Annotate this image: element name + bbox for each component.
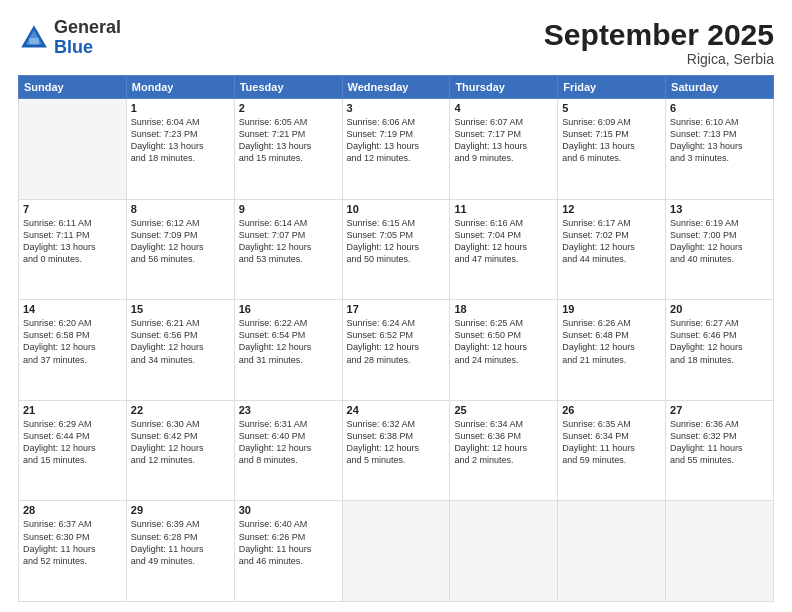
day-number: 27 [670,404,769,416]
day-info: Sunrise: 6:10 AMSunset: 7:13 PMDaylight:… [670,116,769,165]
table-row: 21Sunrise: 6:29 AMSunset: 6:44 PMDayligh… [19,400,127,501]
location-subtitle: Rigica, Serbia [544,51,774,67]
day-info: Sunrise: 6:27 AMSunset: 6:46 PMDaylight:… [670,317,769,366]
day-info: Sunrise: 6:36 AMSunset: 6:32 PMDaylight:… [670,418,769,467]
day-number: 10 [347,203,446,215]
day-info: Sunrise: 6:22 AMSunset: 6:54 PMDaylight:… [239,317,338,366]
table-row [666,501,774,602]
day-number: 4 [454,102,553,114]
day-info: Sunrise: 6:24 AMSunset: 6:52 PMDaylight:… [347,317,446,366]
day-number: 20 [670,303,769,315]
table-row: 6Sunrise: 6:10 AMSunset: 7:13 PMDaylight… [666,99,774,200]
logo-text: General Blue [54,18,121,58]
day-number: 16 [239,303,338,315]
day-info: Sunrise: 6:09 AMSunset: 7:15 PMDaylight:… [562,116,661,165]
day-number: 18 [454,303,553,315]
day-number: 17 [347,303,446,315]
day-number: 7 [23,203,122,215]
col-sunday: Sunday [19,76,127,99]
table-row: 18Sunrise: 6:25 AMSunset: 6:50 PMDayligh… [450,300,558,401]
table-row: 19Sunrise: 6:26 AMSunset: 6:48 PMDayligh… [558,300,666,401]
logo-general: General [54,17,121,37]
day-info: Sunrise: 6:26 AMSunset: 6:48 PMDaylight:… [562,317,661,366]
table-row: 14Sunrise: 6:20 AMSunset: 6:58 PMDayligh… [19,300,127,401]
table-row: 23Sunrise: 6:31 AMSunset: 6:40 PMDayligh… [234,400,342,501]
day-number: 28 [23,504,122,516]
day-number: 26 [562,404,661,416]
day-info: Sunrise: 6:17 AMSunset: 7:02 PMDaylight:… [562,217,661,266]
svg-rect-2 [29,38,39,44]
table-row: 24Sunrise: 6:32 AMSunset: 6:38 PMDayligh… [342,400,450,501]
day-info: Sunrise: 6:25 AMSunset: 6:50 PMDaylight:… [454,317,553,366]
table-row: 27Sunrise: 6:36 AMSunset: 6:32 PMDayligh… [666,400,774,501]
day-info: Sunrise: 6:30 AMSunset: 6:42 PMDaylight:… [131,418,230,467]
day-info: Sunrise: 6:19 AMSunset: 7:00 PMDaylight:… [670,217,769,266]
week-row-0: 1Sunrise: 6:04 AMSunset: 7:23 PMDaylight… [19,99,774,200]
table-row: 16Sunrise: 6:22 AMSunset: 6:54 PMDayligh… [234,300,342,401]
table-row: 3Sunrise: 6:06 AMSunset: 7:19 PMDaylight… [342,99,450,200]
day-info: Sunrise: 6:15 AMSunset: 7:05 PMDaylight:… [347,217,446,266]
day-info: Sunrise: 6:21 AMSunset: 6:56 PMDaylight:… [131,317,230,366]
day-number: 1 [131,102,230,114]
day-number: 9 [239,203,338,215]
table-row: 20Sunrise: 6:27 AMSunset: 6:46 PMDayligh… [666,300,774,401]
day-info: Sunrise: 6:07 AMSunset: 7:17 PMDaylight:… [454,116,553,165]
table-row [558,501,666,602]
logo-blue: Blue [54,37,93,57]
day-number: 11 [454,203,553,215]
table-row [19,99,127,200]
table-row: 22Sunrise: 6:30 AMSunset: 6:42 PMDayligh… [126,400,234,501]
day-number: 2 [239,102,338,114]
day-info: Sunrise: 6:12 AMSunset: 7:09 PMDaylight:… [131,217,230,266]
day-info: Sunrise: 6:04 AMSunset: 7:23 PMDaylight:… [131,116,230,165]
table-row: 10Sunrise: 6:15 AMSunset: 7:05 PMDayligh… [342,199,450,300]
week-row-1: 7Sunrise: 6:11 AMSunset: 7:11 PMDaylight… [19,199,774,300]
week-row-4: 28Sunrise: 6:37 AMSunset: 6:30 PMDayligh… [19,501,774,602]
table-row: 26Sunrise: 6:35 AMSunset: 6:34 PMDayligh… [558,400,666,501]
week-row-3: 21Sunrise: 6:29 AMSunset: 6:44 PMDayligh… [19,400,774,501]
day-info: Sunrise: 6:35 AMSunset: 6:34 PMDaylight:… [562,418,661,467]
calendar-header-row: Sunday Monday Tuesday Wednesday Thursday… [19,76,774,99]
day-number: 22 [131,404,230,416]
day-info: Sunrise: 6:31 AMSunset: 6:40 PMDaylight:… [239,418,338,467]
day-number: 6 [670,102,769,114]
table-row: 28Sunrise: 6:37 AMSunset: 6:30 PMDayligh… [19,501,127,602]
col-tuesday: Tuesday [234,76,342,99]
day-number: 23 [239,404,338,416]
table-row: 2Sunrise: 6:05 AMSunset: 7:21 PMDaylight… [234,99,342,200]
table-row: 25Sunrise: 6:34 AMSunset: 6:36 PMDayligh… [450,400,558,501]
table-row: 7Sunrise: 6:11 AMSunset: 7:11 PMDaylight… [19,199,127,300]
day-number: 29 [131,504,230,516]
day-number: 25 [454,404,553,416]
day-number: 8 [131,203,230,215]
day-number: 5 [562,102,661,114]
table-row: 9Sunrise: 6:14 AMSunset: 7:07 PMDaylight… [234,199,342,300]
table-row: 13Sunrise: 6:19 AMSunset: 7:00 PMDayligh… [666,199,774,300]
logo-icon [18,22,50,54]
day-info: Sunrise: 6:06 AMSunset: 7:19 PMDaylight:… [347,116,446,165]
header: General Blue September 2025 Rigica, Serb… [18,18,774,67]
day-info: Sunrise: 6:14 AMSunset: 7:07 PMDaylight:… [239,217,338,266]
table-row: 11Sunrise: 6:16 AMSunset: 7:04 PMDayligh… [450,199,558,300]
day-info: Sunrise: 6:05 AMSunset: 7:21 PMDaylight:… [239,116,338,165]
table-row: 30Sunrise: 6:40 AMSunset: 6:26 PMDayligh… [234,501,342,602]
page: General Blue September 2025 Rigica, Serb… [0,0,792,612]
day-info: Sunrise: 6:11 AMSunset: 7:11 PMDaylight:… [23,217,122,266]
day-info: Sunrise: 6:16 AMSunset: 7:04 PMDaylight:… [454,217,553,266]
day-info: Sunrise: 6:29 AMSunset: 6:44 PMDaylight:… [23,418,122,467]
day-number: 30 [239,504,338,516]
col-friday: Friday [558,76,666,99]
day-info: Sunrise: 6:32 AMSunset: 6:38 PMDaylight:… [347,418,446,467]
table-row: 29Sunrise: 6:39 AMSunset: 6:28 PMDayligh… [126,501,234,602]
day-number: 13 [670,203,769,215]
col-thursday: Thursday [450,76,558,99]
col-saturday: Saturday [666,76,774,99]
table-row: 1Sunrise: 6:04 AMSunset: 7:23 PMDaylight… [126,99,234,200]
day-number: 14 [23,303,122,315]
table-row: 8Sunrise: 6:12 AMSunset: 7:09 PMDaylight… [126,199,234,300]
day-info: Sunrise: 6:39 AMSunset: 6:28 PMDaylight:… [131,518,230,567]
day-info: Sunrise: 6:37 AMSunset: 6:30 PMDaylight:… [23,518,122,567]
month-title: September 2025 [544,18,774,51]
table-row: 4Sunrise: 6:07 AMSunset: 7:17 PMDaylight… [450,99,558,200]
day-info: Sunrise: 6:34 AMSunset: 6:36 PMDaylight:… [454,418,553,467]
